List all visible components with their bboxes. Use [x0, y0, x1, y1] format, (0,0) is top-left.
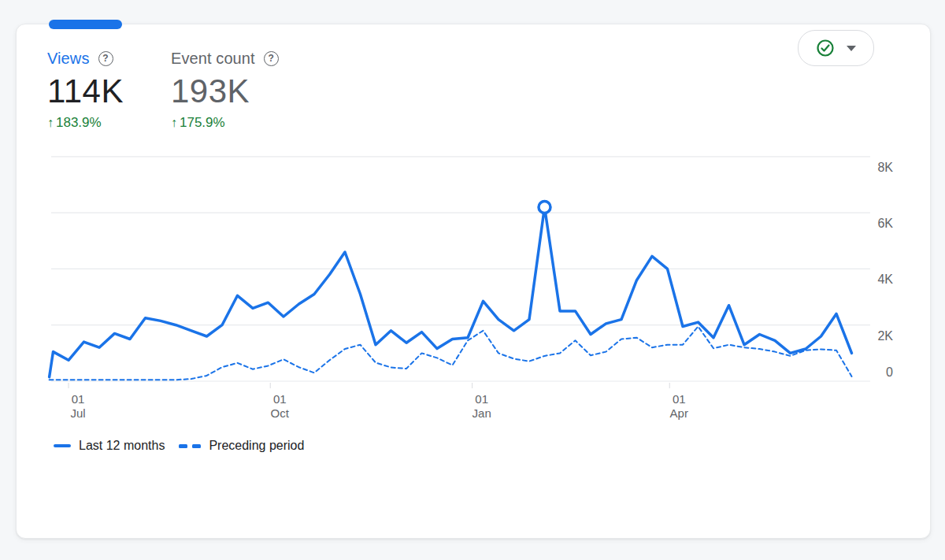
legend-preceding-period-label: Preceding period — [209, 439, 304, 453]
chart-legend: Last 12 months Preceding period — [54, 439, 304, 453]
x-axis-label-day: 01 — [673, 392, 686, 406]
dashed-line-swatch-icon — [179, 444, 201, 448]
legend-last-12-months-label: Last 12 months — [79, 439, 165, 453]
active-tab-indicator — [49, 20, 122, 29]
x-axis-label-day: 01 — [475, 392, 488, 406]
y-axis-label: 8K — [877, 161, 893, 174]
legend-last-12-months: Last 12 months — [54, 439, 165, 453]
x-axis-label-day: 01 — [273, 392, 287, 406]
x-axis-label-month: Jan — [472, 406, 491, 420]
solid-line-swatch-icon — [54, 444, 71, 447]
x-axis-label-month: Oct — [271, 406, 290, 420]
y-axis-label: 6K — [877, 217, 893, 230]
x-axis-label-month: Apr — [670, 406, 688, 420]
y-axis-label: 4K — [877, 273, 893, 286]
y-axis-label: 0 — [886, 365, 893, 379]
x-axis-label-day: 01 — [72, 392, 85, 406]
legend-preceding-period: Preceding period — [179, 439, 304, 453]
y-axis-label: 2K — [877, 329, 893, 343]
series-line-dashed[interactable] — [50, 327, 852, 380]
views-line-chart[interactable]: 02K4K6K8K01Jul01Oct01Jan01Apr — [0, 0, 945, 560]
x-axis-label-month: Jul — [70, 406, 85, 420]
series-line-solid[interactable] — [50, 207, 852, 377]
highlight-point[interactable] — [539, 201, 550, 213]
